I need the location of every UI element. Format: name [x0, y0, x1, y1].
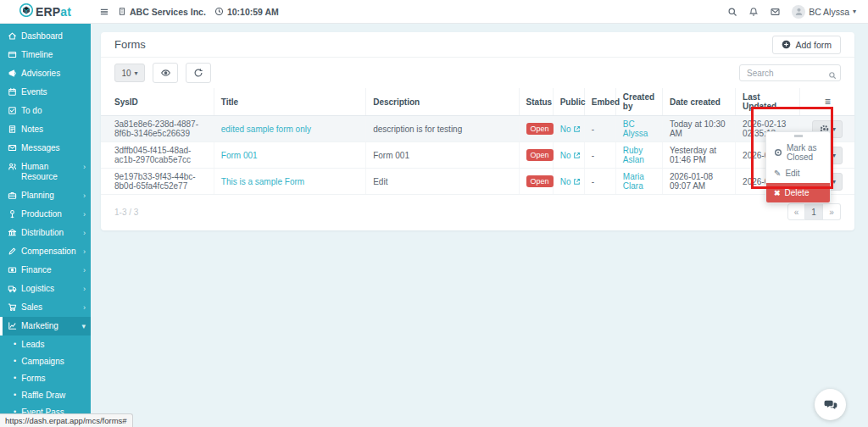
sidebar-item-timeline[interactable]: Timeline [0, 46, 91, 64]
cart-icon [8, 302, 21, 312]
company-name: ABC Services Inc. [130, 7, 206, 17]
sidebar-item-marketing[interactable]: Marketing▾ [0, 317, 91, 336]
created-by-link[interactable]: Ruby Aslan [623, 146, 644, 164]
cell-status: Open [519, 116, 553, 142]
bullet-icon: • [14, 340, 16, 348]
bell-icon[interactable] [748, 7, 759, 17]
sidebar-subitem-leads[interactable]: •Leads [0, 336, 91, 352]
column-header-description[interactable]: Description [366, 88, 519, 116]
cell-sysid: 3dffb045-f415-48ad-ac1b-2970cab5e7cc [101, 142, 214, 169]
table-row-1: 3a81e8e6-238d-4887-8f6b-3146e5c26639edit… [101, 116, 854, 142]
table-toolbar: 10 ▾ [101, 58, 854, 88]
sidebar-subitem-label: Forms [21, 374, 45, 383]
sidebar-item-label: Notes [21, 125, 86, 135]
company-selector[interactable]: ABC Services Inc. [118, 7, 206, 17]
mail-icon[interactable] [770, 7, 781, 17]
cell-created-by: BC Alyssa [615, 116, 662, 142]
column-header-sysid[interactable]: SysID [101, 88, 214, 116]
external-link-icon [573, 178, 581, 186]
film-icon [8, 50, 21, 59]
sidebar-item-sales[interactable]: Sales› [0, 298, 91, 317]
pencil-icon: ✎ [774, 169, 781, 178]
table-header-row: SysIDTitleDescriptionStatusPublicEmbedCr… [101, 88, 854, 116]
sidebar-item-human-resource[interactable]: Human Resource› [0, 158, 91, 186]
public-link[interactable]: No [560, 125, 581, 134]
sidebar-subitem-forms[interactable]: •Forms [0, 369, 91, 386]
status-badge: Open [526, 123, 554, 135]
pager-prev-button[interactable]: « [787, 203, 805, 220]
sidebar-item-dashboard[interactable]: Dashboard [0, 27, 91, 46]
sidebar-item-compensation[interactable]: Compensation› [0, 242, 91, 261]
menu-item-mark-as-closed[interactable]: Mark as Closed [766, 140, 830, 165]
column-header-created-by[interactable]: Created by [615, 88, 662, 116]
public-link[interactable]: No [560, 177, 581, 186]
check-icon [8, 106, 21, 115]
menu-item-edit[interactable]: ✎Edit [766, 165, 830, 181]
created-by-link[interactable]: BC Alyssa [623, 119, 648, 138]
brand-logo[interactable]: ERPat [0, 0, 91, 23]
sidebar-item-events[interactable]: Events [0, 83, 91, 102]
search-wrap [739, 64, 841, 82]
sidebar-item-logistics[interactable]: Logistics› [0, 280, 91, 298]
chat-button[interactable] [815, 389, 846, 420]
eye-icon [160, 68, 171, 78]
sidebar-item-notes[interactable]: Notes [0, 120, 91, 139]
column-header-status[interactable]: Status [519, 88, 553, 116]
page-size-value: 10 [121, 69, 131, 78]
menu-toggle-icon[interactable] [99, 7, 109, 17]
page-title: Forms [114, 38, 146, 51]
menu-item-label: Edit [785, 169, 799, 178]
sidebar-subitem-label: Campaigns [21, 357, 64, 366]
status-url-text: https://dash.erpat.app/mcs/forms# [5, 416, 127, 425]
column-header-embed[interactable]: Embed [584, 88, 615, 116]
pager: « 1 » [787, 203, 841, 220]
column-header-actions[interactable]: ≡ [800, 88, 854, 116]
home-icon [8, 31, 21, 41]
sidebar-item-to-do[interactable]: To do [0, 102, 91, 120]
calendar-icon [8, 87, 21, 97]
form-title-link[interactable]: Form 001 [221, 151, 258, 160]
sidebar-subitem-raffle-draw[interactable]: •Raffle Draw [0, 386, 91, 403]
chevron-right-icon: › [83, 191, 86, 201]
chat-bubbles-icon [824, 399, 837, 411]
form-title-link[interactable]: This is a sample Form [221, 177, 304, 186]
search-input[interactable] [739, 64, 841, 81]
column-visibility-button[interactable] [153, 63, 178, 83]
cell-date-created: Yesterday at 01:46 PM [662, 142, 735, 169]
sidebar-subitem-label: Raffle Draw [21, 391, 65, 400]
menu-item-delete[interactable]: ✖Delete [766, 183, 830, 202]
page-size-select[interactable]: 10 ▾ [114, 64, 145, 82]
column-header-title[interactable]: Title [214, 88, 365, 116]
sidebar-item-messages[interactable]: Messages [0, 139, 91, 158]
created-by-link[interactable]: Maria Clara [623, 172, 644, 191]
sidebar-item-label: Compensation [21, 247, 81, 257]
pager-next-button[interactable]: » [823, 203, 841, 220]
user-menu[interactable]: BC Alyssa ▾ [792, 5, 856, 19]
chevron-down-icon: ▾ [853, 8, 856, 15]
sidebar-item-distribution[interactable]: Distribution› [0, 224, 91, 242]
sidebar-item-production[interactable]: Production› [0, 205, 91, 224]
column-header-public[interactable]: Public [553, 88, 584, 116]
add-form-button[interactable]: Add form [772, 36, 841, 54]
refresh-button[interactable] [186, 63, 211, 83]
sidebar-item-advisories[interactable]: Advisories [0, 64, 91, 83]
column-header-last-updated[interactable]: Last Updated [736, 88, 800, 116]
sidebar-item-label: Marketing [21, 321, 80, 331]
public-link[interactable]: No [560, 151, 581, 160]
sidebar-subitem-campaigns[interactable]: •Campaigns [0, 352, 91, 369]
sidebar-item-planning[interactable]: Planning› [0, 186, 91, 205]
chevron-down-icon: ▾ [832, 125, 836, 133]
pager-page-1-button[interactable]: 1 [805, 203, 823, 220]
table-row-3: 9e197b33-9f43-44bc-8b0d-65fa4fc52e77This… [101, 169, 854, 195]
search-icon[interactable] [727, 7, 737, 17]
form-title-link[interactable]: edited sample form only [221, 125, 311, 134]
cell-public: No [553, 169, 584, 195]
sidebar-item-label: Advisories [21, 69, 86, 79]
chevron-right-icon: › [83, 162, 86, 172]
cell-title: Form 001 [214, 142, 365, 169]
main-content: Forms Add form 10 ▾ [91, 24, 868, 427]
menu-divider [794, 135, 803, 137]
chevron-right-icon: › [83, 302, 86, 313]
column-header-date-created[interactable]: Date created [662, 88, 735, 116]
sidebar-item-finance[interactable]: Finance› [0, 261, 91, 280]
